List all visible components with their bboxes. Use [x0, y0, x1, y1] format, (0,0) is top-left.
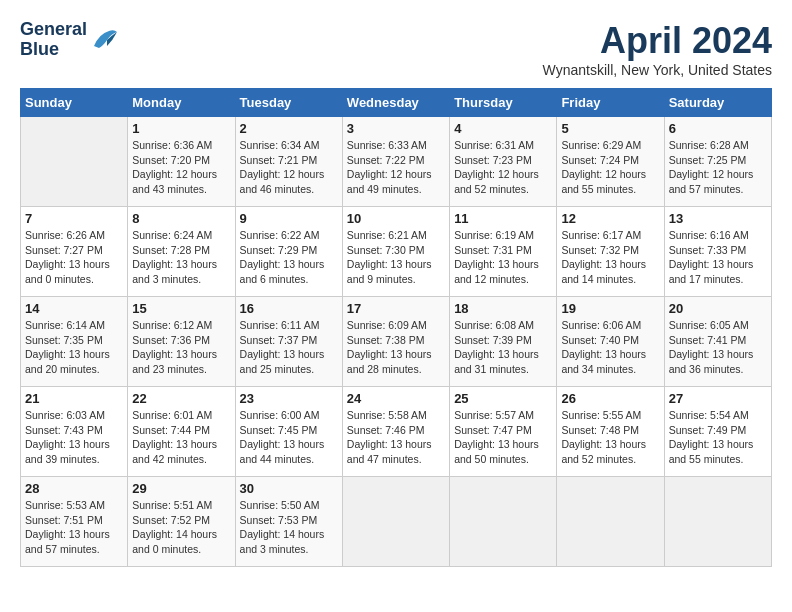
calendar-cell: [450, 477, 557, 567]
day-info: Sunrise: 6:29 AMSunset: 7:24 PMDaylight:…: [561, 138, 659, 197]
calendar-cell: 18Sunrise: 6:08 AMSunset: 7:39 PMDayligh…: [450, 297, 557, 387]
calendar-cell: [21, 117, 128, 207]
calendar-cell: 1Sunrise: 6:36 AMSunset: 7:20 PMDaylight…: [128, 117, 235, 207]
calendar-day-header: Monday: [128, 89, 235, 117]
day-number: 9: [240, 211, 338, 226]
logo: General Blue: [20, 20, 119, 60]
calendar-cell: 12Sunrise: 6:17 AMSunset: 7:32 PMDayligh…: [557, 207, 664, 297]
calendar-cell: 22Sunrise: 6:01 AMSunset: 7:44 PMDayligh…: [128, 387, 235, 477]
calendar-week-row: 14Sunrise: 6:14 AMSunset: 7:35 PMDayligh…: [21, 297, 772, 387]
day-info: Sunrise: 5:53 AMSunset: 7:51 PMDaylight:…: [25, 498, 123, 557]
calendar-cell: 25Sunrise: 5:57 AMSunset: 7:47 PMDayligh…: [450, 387, 557, 477]
calendar-cell: 20Sunrise: 6:05 AMSunset: 7:41 PMDayligh…: [664, 297, 771, 387]
day-number: 19: [561, 301, 659, 316]
calendar-cell: 19Sunrise: 6:06 AMSunset: 7:40 PMDayligh…: [557, 297, 664, 387]
calendar-header-row: SundayMondayTuesdayWednesdayThursdayFrid…: [21, 89, 772, 117]
calendar-cell: 15Sunrise: 6:12 AMSunset: 7:36 PMDayligh…: [128, 297, 235, 387]
day-info: Sunrise: 6:19 AMSunset: 7:31 PMDaylight:…: [454, 228, 552, 287]
day-info: Sunrise: 6:24 AMSunset: 7:28 PMDaylight:…: [132, 228, 230, 287]
calendar-cell: [557, 477, 664, 567]
day-info: Sunrise: 6:36 AMSunset: 7:20 PMDaylight:…: [132, 138, 230, 197]
day-info: Sunrise: 6:28 AMSunset: 7:25 PMDaylight:…: [669, 138, 767, 197]
day-info: Sunrise: 6:33 AMSunset: 7:22 PMDaylight:…: [347, 138, 445, 197]
calendar-cell: 9Sunrise: 6:22 AMSunset: 7:29 PMDaylight…: [235, 207, 342, 297]
day-info: Sunrise: 5:55 AMSunset: 7:48 PMDaylight:…: [561, 408, 659, 467]
calendar-cell: 5Sunrise: 6:29 AMSunset: 7:24 PMDaylight…: [557, 117, 664, 207]
calendar-week-row: 7Sunrise: 6:26 AMSunset: 7:27 PMDaylight…: [21, 207, 772, 297]
day-number: 23: [240, 391, 338, 406]
day-info: Sunrise: 6:01 AMSunset: 7:44 PMDaylight:…: [132, 408, 230, 467]
day-number: 14: [25, 301, 123, 316]
day-number: 4: [454, 121, 552, 136]
day-number: 17: [347, 301, 445, 316]
day-number: 2: [240, 121, 338, 136]
day-number: 16: [240, 301, 338, 316]
day-info: Sunrise: 6:34 AMSunset: 7:21 PMDaylight:…: [240, 138, 338, 197]
calendar-cell: 24Sunrise: 5:58 AMSunset: 7:46 PMDayligh…: [342, 387, 449, 477]
day-number: 21: [25, 391, 123, 406]
day-number: 11: [454, 211, 552, 226]
calendar-cell: 30Sunrise: 5:50 AMSunset: 7:53 PMDayligh…: [235, 477, 342, 567]
day-info: Sunrise: 6:05 AMSunset: 7:41 PMDaylight:…: [669, 318, 767, 377]
calendar-cell: [342, 477, 449, 567]
calendar-day-header: Tuesday: [235, 89, 342, 117]
day-number: 1: [132, 121, 230, 136]
calendar-cell: 3Sunrise: 6:33 AMSunset: 7:22 PMDaylight…: [342, 117, 449, 207]
day-info: Sunrise: 5:50 AMSunset: 7:53 PMDaylight:…: [240, 498, 338, 557]
day-info: Sunrise: 6:26 AMSunset: 7:27 PMDaylight:…: [25, 228, 123, 287]
calendar-week-row: 1Sunrise: 6:36 AMSunset: 7:20 PMDaylight…: [21, 117, 772, 207]
calendar-day-header: Thursday: [450, 89, 557, 117]
day-info: Sunrise: 5:57 AMSunset: 7:47 PMDaylight:…: [454, 408, 552, 467]
day-number: 6: [669, 121, 767, 136]
day-number: 13: [669, 211, 767, 226]
calendar-cell: 4Sunrise: 6:31 AMSunset: 7:23 PMDaylight…: [450, 117, 557, 207]
calendar-day-header: Wednesday: [342, 89, 449, 117]
day-info: Sunrise: 6:14 AMSunset: 7:35 PMDaylight:…: [25, 318, 123, 377]
calendar-week-row: 21Sunrise: 6:03 AMSunset: 7:43 PMDayligh…: [21, 387, 772, 477]
calendar-cell: 2Sunrise: 6:34 AMSunset: 7:21 PMDaylight…: [235, 117, 342, 207]
day-number: 12: [561, 211, 659, 226]
calendar-cell: 6Sunrise: 6:28 AMSunset: 7:25 PMDaylight…: [664, 117, 771, 207]
logo-text: General Blue: [20, 20, 87, 60]
title-block: April 2024 Wynantskill, New York, United…: [543, 20, 772, 78]
logo-bird-icon: [89, 26, 119, 54]
day-number: 20: [669, 301, 767, 316]
calendar-cell: 13Sunrise: 6:16 AMSunset: 7:33 PMDayligh…: [664, 207, 771, 297]
day-number: 15: [132, 301, 230, 316]
day-info: Sunrise: 6:08 AMSunset: 7:39 PMDaylight:…: [454, 318, 552, 377]
day-number: 26: [561, 391, 659, 406]
day-info: Sunrise: 6:31 AMSunset: 7:23 PMDaylight:…: [454, 138, 552, 197]
day-number: 3: [347, 121, 445, 136]
calendar-cell: 28Sunrise: 5:53 AMSunset: 7:51 PMDayligh…: [21, 477, 128, 567]
day-info: Sunrise: 6:22 AMSunset: 7:29 PMDaylight:…: [240, 228, 338, 287]
calendar-day-header: Saturday: [664, 89, 771, 117]
day-info: Sunrise: 5:58 AMSunset: 7:46 PMDaylight:…: [347, 408, 445, 467]
day-number: 29: [132, 481, 230, 496]
day-number: 18: [454, 301, 552, 316]
location-subtitle: Wynantskill, New York, United States: [543, 62, 772, 78]
calendar-cell: 11Sunrise: 6:19 AMSunset: 7:31 PMDayligh…: [450, 207, 557, 297]
calendar-cell: 8Sunrise: 6:24 AMSunset: 7:28 PMDaylight…: [128, 207, 235, 297]
calendar-cell: [664, 477, 771, 567]
day-number: 28: [25, 481, 123, 496]
day-info: Sunrise: 6:06 AMSunset: 7:40 PMDaylight:…: [561, 318, 659, 377]
day-info: Sunrise: 6:00 AMSunset: 7:45 PMDaylight:…: [240, 408, 338, 467]
month-year-title: April 2024: [543, 20, 772, 62]
calendar-cell: 21Sunrise: 6:03 AMSunset: 7:43 PMDayligh…: [21, 387, 128, 477]
day-number: 24: [347, 391, 445, 406]
calendar-cell: 17Sunrise: 6:09 AMSunset: 7:38 PMDayligh…: [342, 297, 449, 387]
calendar-table: SundayMondayTuesdayWednesdayThursdayFrid…: [20, 88, 772, 567]
calendar-cell: 26Sunrise: 5:55 AMSunset: 7:48 PMDayligh…: [557, 387, 664, 477]
calendar-cell: 23Sunrise: 6:00 AMSunset: 7:45 PMDayligh…: [235, 387, 342, 477]
page-header: General Blue April 2024 Wynantskill, New…: [20, 20, 772, 78]
calendar-cell: 7Sunrise: 6:26 AMSunset: 7:27 PMDaylight…: [21, 207, 128, 297]
calendar-cell: 29Sunrise: 5:51 AMSunset: 7:52 PMDayligh…: [128, 477, 235, 567]
day-info: Sunrise: 6:09 AMSunset: 7:38 PMDaylight:…: [347, 318, 445, 377]
calendar-day-header: Sunday: [21, 89, 128, 117]
day-info: Sunrise: 6:16 AMSunset: 7:33 PMDaylight:…: [669, 228, 767, 287]
day-number: 25: [454, 391, 552, 406]
calendar-cell: 14Sunrise: 6:14 AMSunset: 7:35 PMDayligh…: [21, 297, 128, 387]
calendar-cell: 16Sunrise: 6:11 AMSunset: 7:37 PMDayligh…: [235, 297, 342, 387]
day-info: Sunrise: 6:03 AMSunset: 7:43 PMDaylight:…: [25, 408, 123, 467]
day-info: Sunrise: 6:21 AMSunset: 7:30 PMDaylight:…: [347, 228, 445, 287]
